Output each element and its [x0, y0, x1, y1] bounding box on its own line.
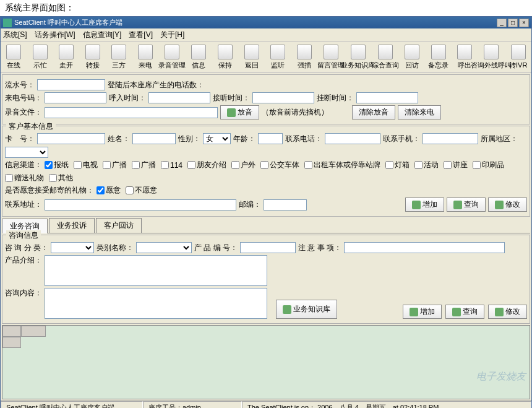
channel-checkbox[interactable]: 灯箱: [385, 160, 410, 170]
recfile-input[interactable]: [45, 107, 218, 118]
intime-input[interactable]: [148, 92, 210, 103]
channel-checkbox[interactable]: 出租车体或停靠站牌: [304, 160, 380, 170]
toolbar-icon: [85, 45, 100, 59]
channel-checkbox[interactable]: 赠送礼物: [5, 173, 44, 183]
channel-checkbox[interactable]: 广播: [132, 160, 156, 170]
serial-label: 流水号：: [5, 80, 35, 90]
prodintro-textarea[interactable]: [45, 255, 267, 286]
toolbar-button[interactable]: 备忘录: [427, 45, 449, 70]
channel-checkbox[interactable]: 活动: [414, 160, 439, 170]
toolbar-button[interactable]: 示忙: [30, 45, 51, 70]
clear-call-button[interactable]: 清除来电: [398, 105, 441, 119]
name-label: 姓名：: [108, 134, 130, 144]
channel-checkbox[interactable]: 报纸: [45, 160, 69, 170]
toolbar-icon: [324, 45, 338, 59]
menu-item[interactable]: 关于[H]: [160, 30, 184, 40]
zip-input[interactable]: [264, 199, 307, 211]
toolbar-icon: [351, 45, 366, 59]
cust-add-button[interactable]: 增加: [405, 197, 444, 212]
toolbar-button[interactable]: 回访: [401, 45, 423, 70]
menu-item[interactable]: 系统[S]: [3, 30, 27, 40]
intime-label: 呼入时间：: [109, 93, 146, 103]
gift-no-checkbox[interactable]: 不愿意: [126, 185, 157, 196]
status-agent: 座席工号：admin: [143, 401, 242, 408]
maximize-button[interactable]: □: [508, 19, 518, 27]
search-icon: [453, 201, 462, 209]
titlebar: SeatClient 呼叫中心人工座席客户端 _ □ ×: [1, 17, 531, 28]
addr-label: 联系地址：: [5, 199, 42, 210]
toolbar-button[interactable]: 三方: [108, 45, 130, 70]
search-icon: [452, 308, 461, 316]
toolbar-button[interactable]: 强插: [293, 45, 315, 70]
tab[interactable]: 业务投诉: [49, 218, 95, 233]
biz-add-button[interactable]: 增加: [403, 305, 442, 319]
channel-checkbox[interactable]: 其他: [49, 173, 73, 183]
toolbar-icon: [457, 45, 472, 59]
biz-edit-button[interactable]: 修改: [488, 305, 527, 319]
toolbar-button[interactable]: 转接: [82, 45, 104, 70]
toolbar-button[interactable]: 返回: [241, 45, 262, 70]
toolbar-icon: [484, 45, 499, 59]
serial-input[interactable]: [37, 79, 105, 90]
note-input[interactable]: [344, 242, 505, 253]
toolbar-button[interactable]: 信息: [188, 45, 210, 70]
customer-groupbox: 客户基本信息 卡 号： 姓名： 性别： 女男 年龄： 联系电话： 联系手机： 所…: [2, 126, 530, 217]
addr-input[interactable]: [45, 199, 236, 211]
channel-checkbox[interactable]: 114: [161, 161, 182, 170]
toolbar-button[interactable]: 业务知识库: [347, 45, 369, 70]
channel-checkbox[interactable]: 电视: [74, 160, 98, 170]
toolbar-button[interactable]: 转IVR: [507, 45, 529, 70]
channel-checkbox[interactable]: 户外: [231, 160, 255, 170]
prodno-input[interactable]: [240, 242, 296, 253]
result-grid[interactable]: [2, 325, 530, 399]
toolbar-icon: [405, 45, 419, 59]
channel-checkbox[interactable]: 印刷品: [473, 160, 504, 170]
channel-checkbox[interactable]: 朋友介绍: [187, 160, 226, 170]
statusbar: SeatClient 呼叫中心人工座席客户端 座席工号：admin The Se…: [1, 401, 531, 408]
toolbar-button[interactable]: 留言管理: [320, 45, 342, 70]
toolbar-button[interactable]: 保持: [215, 45, 236, 70]
toolbar-button[interactable]: 录音管理: [161, 45, 183, 70]
play-button[interactable]: 放音: [220, 105, 259, 119]
channel-checkbox[interactable]: 广播: [103, 160, 127, 170]
toolbar-button[interactable]: 监听: [267, 45, 289, 70]
menu-item[interactable]: 查看[V]: [129, 30, 153, 40]
toolbar-button[interactable]: 在线: [3, 45, 25, 70]
window-title: SeatClient 呼叫中心人工座席客户端: [14, 18, 122, 27]
tel-input[interactable]: [325, 133, 380, 144]
customer-groupbox-title: 客户基本信息: [6, 121, 56, 132]
toolbar-button[interactable]: 来电: [135, 45, 157, 70]
gift-yes-checkbox[interactable]: 愿意: [97, 185, 121, 196]
name-input[interactable]: [132, 133, 176, 144]
menu-item[interactable]: 话务操作[W]: [35, 30, 75, 40]
sex-label: 性别：: [178, 134, 200, 144]
mob-input[interactable]: [423, 133, 478, 144]
hangtime-input[interactable]: [356, 92, 418, 103]
toolbar-button[interactable]: 咨询外线呼叫: [480, 45, 502, 70]
tab[interactable]: 客户回访: [96, 218, 142, 233]
page-caption: 系统主界面如图：: [0, 0, 532, 16]
status-right: The SeatClient is on： 2006，八月 4，星期五，at 0…: [242, 401, 531, 408]
cust-edit-button[interactable]: 修改: [488, 197, 527, 212]
cust-query-button[interactable]: 查询: [447, 197, 486, 212]
card-input[interactable]: [37, 133, 105, 144]
channel-checkbox[interactable]: 讲座: [444, 160, 468, 170]
biz-query-button[interactable]: 查询: [445, 305, 484, 319]
sex-select[interactable]: 女男: [203, 133, 231, 144]
catname-select[interactable]: [136, 242, 192, 253]
menu-item[interactable]: 信息查询[Y]: [83, 30, 122, 40]
clear-play-button[interactable]: 清除放音: [352, 105, 395, 119]
toolbar-button[interactable]: 走开: [56, 45, 77, 70]
toolbar-button[interactable]: 综合查询: [374, 45, 397, 70]
minimize-button[interactable]: _: [497, 19, 507, 27]
close-button[interactable]: ×: [519, 19, 529, 27]
cat-select[interactable]: [51, 242, 94, 253]
caller-input[interactable]: [45, 92, 106, 103]
content-textarea[interactable]: [45, 288, 267, 319]
anstime-input[interactable]: [252, 92, 314, 103]
area-select[interactable]: [5, 147, 48, 158]
kb-button[interactable]: 业务知识库: [276, 300, 337, 319]
age-input[interactable]: [258, 133, 283, 144]
toolbar-icon: [378, 45, 393, 59]
channel-checkbox[interactable]: 公交车体: [260, 160, 299, 170]
